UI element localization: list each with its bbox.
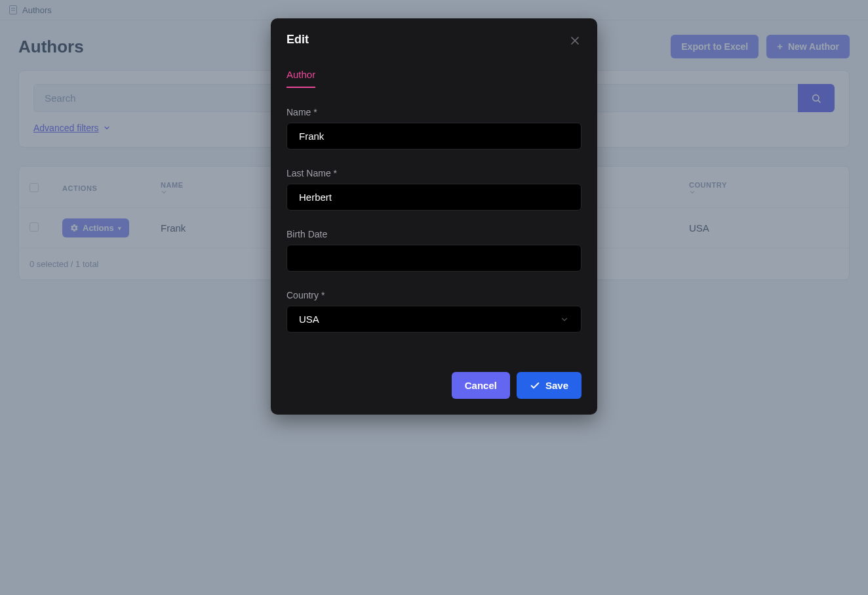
check-icon [530,380,540,391]
edit-modal: Edit Author Name * Last Name * Birth Dat… [271,18,597,415]
save-button[interactable]: Save [517,372,582,399]
country-label: Country * [286,290,582,300]
save-label: Save [545,380,568,391]
country-select[interactable]: USA [286,306,582,333]
modal-title: Edit [286,33,582,47]
country-value: USA [299,314,319,325]
name-label: Name * [286,107,582,117]
lastname-field[interactable] [286,184,582,211]
modal-overlay[interactable]: Edit Author Name * Last Name * Birth Dat… [0,0,868,595]
chevron-down-icon [560,315,569,324]
lastname-label: Last Name * [286,168,582,178]
close-button[interactable] [563,29,587,52]
tab-author[interactable]: Author [286,69,315,88]
birthdate-field[interactable] [286,245,582,272]
cancel-label: Cancel [465,380,497,391]
cancel-button[interactable]: Cancel [452,372,510,399]
name-field[interactable] [286,123,582,150]
close-icon [568,34,582,47]
birthdate-label: Birth Date [286,229,582,239]
